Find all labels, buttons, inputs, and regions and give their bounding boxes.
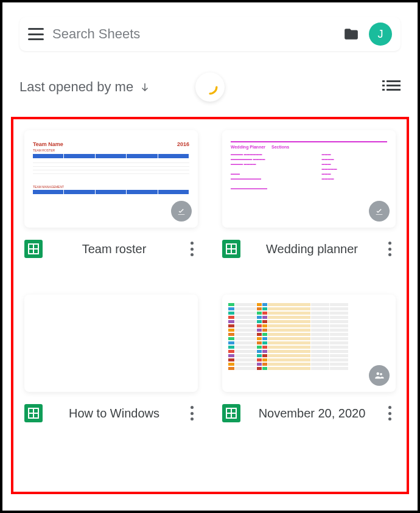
sort-row: Last opened by me (19, 72, 401, 102)
file-title[interactable]: How to Windows (51, 406, 177, 421)
file-thumbnail[interactable]: Team Name 2016 TEAM ROSTER TEAM MANAGEME… (24, 130, 198, 228)
svg-rect-4 (382, 89, 385, 91)
offline-check-icon (171, 201, 192, 222)
svg-rect-3 (387, 85, 401, 86)
header-bar: Search Sheets J (19, 17, 401, 51)
shared-icon (369, 365, 390, 386)
offline-check-icon (369, 201, 390, 222)
sheets-icon (24, 240, 43, 258)
search-input[interactable]: Search Sheets (52, 26, 334, 42)
more-options-icon[interactable] (383, 404, 396, 422)
more-options-icon[interactable] (186, 404, 198, 422)
file-title[interactable]: Team roster (51, 242, 177, 257)
svg-point-7 (380, 373, 382, 375)
sheets-icon (24, 404, 43, 422)
svg-rect-2 (382, 85, 385, 86)
arrow-down-icon (139, 82, 150, 92)
more-options-icon[interactable] (383, 240, 396, 258)
file-footer: How to Windows (24, 404, 198, 422)
file-footer: Team roster (24, 240, 198, 258)
list-view-icon[interactable] (382, 79, 401, 95)
thumb-sub: TEAM ROSTER (33, 148, 189, 152)
file-card: Wedding Planner Sections ▬▬▬▬ ▬▬▬▬▬▬▬▬▬▬… (222, 130, 396, 258)
thumb-year: 2016 (177, 141, 189, 147)
sort-label-text: Last opened by me (19, 79, 133, 95)
svg-point-6 (377, 372, 380, 375)
file-thumbnail[interactable]: Wedding Planner Sections ▬▬▬▬ ▬▬▬▬▬▬▬▬▬▬… (222, 130, 396, 228)
file-title[interactable]: Wedding planner (249, 242, 375, 257)
folder-icon[interactable] (342, 26, 360, 42)
file-thumbnail[interactable] (222, 295, 396, 392)
menu-icon[interactable] (28, 28, 44, 40)
svg-rect-0 (382, 80, 385, 82)
file-footer: November 20, 2020 (222, 404, 396, 422)
thumb-foot: TEAM MANAGEMENT (33, 185, 189, 189)
file-footer: Wedding planner (222, 240, 396, 258)
loading-spinner (195, 72, 225, 102)
file-title[interactable]: November 20, 2020 (249, 406, 375, 421)
svg-rect-5 (387, 89, 401, 91)
thumb-h1: Wedding Planner (231, 145, 265, 149)
file-card: Team Name 2016 TEAM ROSTER TEAM MANAGEME… (24, 130, 198, 258)
file-card: How to Windows (24, 295, 198, 422)
files-grid-highlighted: Team Name 2016 TEAM ROSTER TEAM MANAGEME… (11, 117, 409, 494)
sort-dropdown[interactable]: Last opened by me (19, 79, 150, 95)
spinner-icon (202, 79, 218, 95)
files-grid: Team Name 2016 TEAM ROSTER TEAM MANAGEME… (24, 130, 396, 422)
thumb-h2: Sections (271, 145, 289, 149)
file-thumbnail[interactable] (24, 295, 198, 392)
sheets-icon (222, 404, 240, 422)
svg-rect-1 (387, 80, 401, 82)
file-card: November 20, 2020 (222, 295, 396, 422)
avatar[interactable]: J (369, 23, 392, 46)
thumb-title: Team Name (33, 141, 63, 147)
more-options-icon[interactable] (186, 240, 198, 258)
sheets-icon (222, 240, 240, 258)
